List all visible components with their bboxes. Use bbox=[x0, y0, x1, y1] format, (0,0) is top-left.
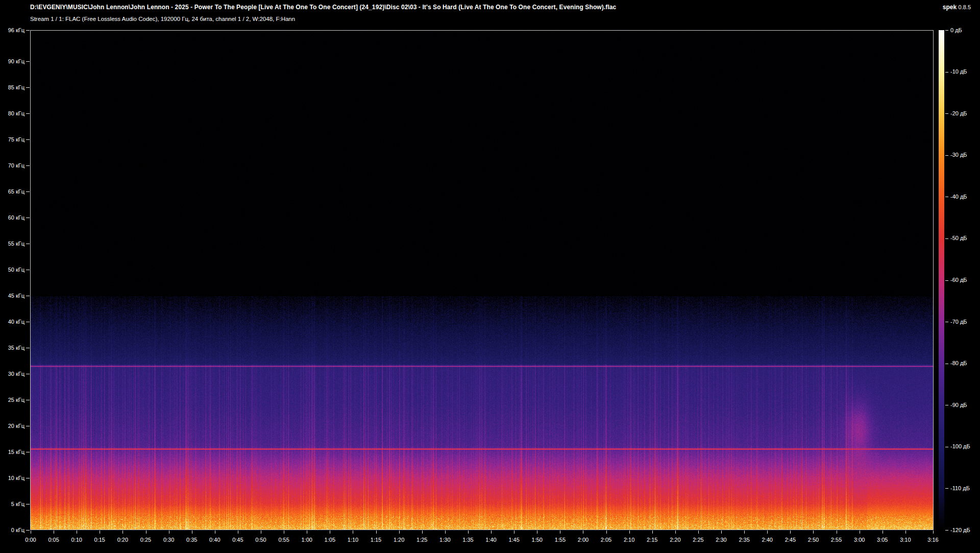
time-tick-label: 0:10 bbox=[65, 537, 88, 543]
db-tick-mark bbox=[945, 30, 948, 31]
freq-tick-mark bbox=[26, 270, 30, 270]
time-tick-label: 2:35 bbox=[733, 537, 755, 543]
time-tick-label: 1:55 bbox=[549, 537, 571, 543]
time-tick-label: 2:25 bbox=[687, 537, 709, 543]
freq-tick-label: 35 кГц bbox=[0, 345, 24, 351]
freq-tick-label: 40 кГц bbox=[0, 319, 24, 325]
freq-tick-mark bbox=[26, 322, 30, 322]
db-tick-label: -110 дБ bbox=[950, 485, 980, 492]
db-tick-mark bbox=[945, 364, 948, 364]
file-path-title: D:\EVGENIY\MUSIC\John Lennon\John Lennon… bbox=[30, 4, 616, 11]
db-tick-mark bbox=[945, 238, 948, 239]
freq-tick-label: 30 кГц bbox=[0, 371, 24, 377]
freq-tick-mark bbox=[26, 87, 30, 88]
db-tick-mark bbox=[945, 280, 948, 281]
freq-tick-mark bbox=[26, 191, 30, 192]
time-tick-mark bbox=[837, 531, 837, 534]
time-tick-mark bbox=[238, 531, 238, 534]
db-tick-mark bbox=[945, 322, 948, 322]
time-tick-label: 0:30 bbox=[158, 537, 180, 543]
freq-tick-label: 75 кГц bbox=[0, 136, 24, 143]
app-version: 0.8.5 bbox=[959, 4, 971, 10]
time-tick-label: 2:45 bbox=[779, 537, 801, 543]
freq-tick-mark bbox=[26, 296, 30, 296]
freq-tick-mark bbox=[26, 165, 30, 166]
time-tick-mark bbox=[54, 531, 54, 534]
freq-tick-mark bbox=[26, 139, 30, 140]
db-tick-label: -10 дБ bbox=[950, 68, 980, 75]
time-tick-mark bbox=[744, 531, 745, 534]
db-gradient-bar bbox=[939, 30, 944, 530]
time-tick-label: 0:15 bbox=[88, 537, 111, 543]
db-tick-label: -100 дБ bbox=[950, 443, 980, 450]
freq-tick-mark bbox=[26, 400, 30, 400]
time-tick-mark bbox=[583, 531, 583, 534]
freq-tick-label: 45 кГц bbox=[0, 293, 24, 299]
time-tick-label: 0:55 bbox=[273, 537, 295, 543]
app-name: spek bbox=[943, 4, 957, 11]
freq-tick-mark bbox=[26, 244, 30, 244]
db-tick-mark bbox=[945, 530, 948, 531]
freq-tick-mark bbox=[26, 530, 30, 531]
time-tick-label: 1:40 bbox=[480, 537, 502, 543]
time-tick-label: 1:35 bbox=[457, 537, 479, 543]
time-tick-mark bbox=[813, 531, 814, 534]
time-tick-mark bbox=[767, 531, 768, 534]
db-tick-label: -90 дБ bbox=[950, 402, 980, 408]
time-tick-mark bbox=[721, 531, 722, 534]
time-tick-mark bbox=[468, 531, 469, 534]
time-tick-label: 2:20 bbox=[664, 537, 687, 543]
time-tick-label: 0:20 bbox=[111, 537, 134, 543]
time-tick-label: 2:55 bbox=[825, 537, 848, 543]
time-tick-label: 2:40 bbox=[756, 537, 778, 543]
time-tick-label: 2:50 bbox=[802, 537, 824, 543]
db-tick-mark bbox=[945, 72, 948, 73]
time-tick-label: 3:00 bbox=[848, 537, 871, 543]
time-tick-label: 1:10 bbox=[341, 537, 364, 543]
db-tick-mark bbox=[945, 488, 948, 489]
freq-tick-label: 90 кГц bbox=[0, 58, 24, 65]
time-tick-mark bbox=[883, 531, 883, 534]
freq-tick-label: 55 кГц bbox=[0, 241, 24, 247]
time-tick-mark bbox=[698, 531, 699, 534]
time-tick-label: 2:15 bbox=[641, 537, 664, 543]
db-tick-label: -20 дБ bbox=[950, 110, 980, 117]
freq-tick-label: 50 кГц bbox=[0, 267, 24, 273]
time-tick-label: 1:50 bbox=[526, 537, 548, 543]
time-tick-mark bbox=[560, 531, 560, 534]
freq-tick-label: 0 кГц bbox=[0, 527, 24, 534]
db-tick-mark bbox=[945, 113, 948, 114]
spek-window: D:\EVGENIY\MUSIC\John Lennon\John Lennon… bbox=[0, 0, 980, 553]
freq-tick-mark bbox=[26, 113, 30, 114]
time-tick-mark bbox=[100, 531, 100, 534]
freq-tick-label: 70 кГц bbox=[0, 162, 24, 169]
time-tick-label: 2:05 bbox=[595, 537, 618, 543]
time-tick-label: 2:30 bbox=[710, 537, 732, 543]
freq-tick-mark bbox=[26, 218, 30, 218]
time-tick-label: 1:25 bbox=[411, 537, 433, 543]
time-tick-label: 0:00 bbox=[19, 537, 42, 543]
time-tick-label: 0:25 bbox=[135, 537, 157, 543]
time-tick-mark bbox=[399, 531, 400, 534]
time-tick-mark bbox=[652, 531, 653, 534]
time-tick-mark bbox=[537, 531, 537, 534]
freq-tick-mark bbox=[26, 374, 30, 374]
time-tick-label: 0:45 bbox=[227, 537, 249, 543]
freq-tick-mark bbox=[26, 30, 30, 31]
freq-tick-label: 25 кГц bbox=[0, 397, 24, 403]
time-tick-mark bbox=[330, 531, 330, 534]
time-tick-mark bbox=[215, 531, 215, 534]
time-tick-mark bbox=[31, 531, 31, 534]
freq-tick-mark bbox=[26, 478, 30, 478]
freq-tick-label: 65 кГц bbox=[0, 188, 24, 195]
time-tick-mark bbox=[905, 531, 906, 534]
time-tick-mark bbox=[606, 531, 607, 534]
time-tick-mark bbox=[307, 531, 307, 534]
db-tick-mark bbox=[945, 447, 948, 447]
freq-tick-label: 10 кГц bbox=[0, 475, 24, 482]
time-tick-mark bbox=[77, 531, 77, 534]
time-tick-mark bbox=[629, 531, 630, 534]
freq-tick-mark bbox=[26, 504, 30, 504]
db-tick-mark bbox=[945, 405, 948, 405]
freq-tick-mark bbox=[26, 348, 30, 348]
